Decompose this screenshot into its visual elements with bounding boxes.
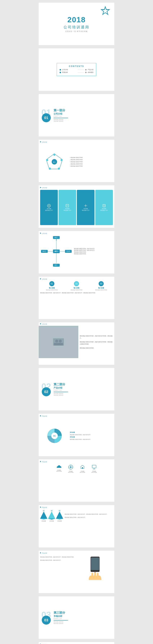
tri-3: 03 演示标题	[56, 510, 63, 522]
slide-part02: 02 02 第二部分 产品介绍 PART 02 请在此输入您的内容请在此输入您的…	[39, 368, 114, 410]
section-label-5: 公司介绍	[39, 322, 114, 326]
slide-cloud-icons: 产品介绍 演示标题演示文字内容 演示标题演示文字内容 演示标题演示文字内容 演示…	[39, 459, 114, 502]
tri-desc: 请在此输入您的文字内容，此处为演示文字，请在此输入您的文字内容，此处为演示文字。…	[65, 514, 113, 518]
contents-header: CONTENTS	[60, 65, 93, 67]
step-title-2: 输入标题	[65, 287, 88, 289]
step-num-1: 01	[49, 281, 54, 286]
tri-label-1: 演示标题	[40, 520, 47, 522]
svg-marker-41	[48, 519, 55, 520]
svg-marker-42	[56, 512, 63, 519]
icon-item-4: 演示标题演示文字内容	[89, 464, 99, 473]
svg-marker-43	[56, 519, 63, 520]
phone-desc: 请在此输入您的文字内容，此处为演示文字，请在此输入您的文字内容。 请在此输入您的…	[40, 555, 76, 580]
pentagon-labels: • 请在此输入您的文字内容 • 请在此输入您的文字内容 • 请在此输入您的文字内…	[70, 144, 113, 180]
svg-text:核心: 核心	[53, 162, 56, 163]
section-label-8: 产品介绍	[40, 506, 113, 508]
part-info: 第一部分 公司介绍 PART 01 请在此输入您的内容请在此输入您的内容	[54, 108, 68, 122]
arrow-icon-2	[40, 187, 41, 188]
circular-text: 演示标题 请在此输入您的文字内容，此处为演示文字。 演示标题 请在此输入您的文字…	[70, 432, 113, 440]
star-decoration	[100, 6, 111, 17]
label-4: • 请在此输入您的文字内容	[70, 163, 113, 165]
arrow-icon-3	[40, 232, 41, 234]
contents-item-2: 市场分析 —————— 未来规划	[60, 72, 93, 73]
part-label: PART 01	[54, 116, 68, 117]
main-title: 公司培训通用	[64, 25, 89, 30]
step-3: 03 输入标题 请在此输入您的文字内容	[90, 281, 113, 291]
part03-title: 第三部分	[54, 611, 68, 615]
slide-phone: 产品介绍 请在此输入您的文字内容，此处为演示文字，请在此输入您的文字内容。 请在…	[39, 551, 114, 593]
card-label-3: 演示标题请在此输入文字	[82, 208, 89, 211]
part03-section: 市场分析	[54, 615, 68, 618]
card-label-2: 演示标题请在此输入文字	[64, 208, 71, 211]
icon-label-screen: 演示标题演示文字内容	[89, 471, 99, 473]
desc-text: 请在此输入您的文字内容，此处为演示文字。 请在此输入您的文字内容，此处为演示文字…	[74, 248, 113, 255]
card-3: 演示标题请在此输入文字	[77, 190, 94, 225]
pentagon-layout: 核心 • 请在此输入您的文字内容 • 请在此输入您的文字内容 • 请在此输入您的…	[40, 144, 113, 180]
part-desc: 请在此输入您的内容请在此输入您的内容	[54, 119, 68, 122]
divider-line-3	[54, 620, 68, 620]
step-2: 02 输入标题 请在此输入您的文字内容	[65, 281, 88, 291]
slide-pentagon: 公司介绍 核心 • 请在此输入您的文字内容 • 请在此输入您的文字内容 • 请在	[39, 140, 114, 182]
svg-rect-34	[82, 467, 83, 468]
photo-layout: 请在此输入您的文字内容，此处为演示文字内容，请在此输入。 请在此输入您的文字内容…	[39, 326, 114, 358]
divider-line	[54, 118, 68, 118]
triangle-shapes: 01 演示标题 02 演示标题 03	[40, 510, 63, 522]
card-2: 演示标题请在此输入文字	[59, 190, 76, 225]
slide-part01: 01 01 第一部分 公司介绍 PART 01 请在此输入您的内容请在此输入您的…	[39, 94, 114, 136]
tri-1: 01 演示标题	[40, 510, 47, 522]
circular-layout: 核心 演示标题 请在此输入您的文字内容，此处为演示文字。 演示标题 请在此输入您…	[40, 418, 113, 454]
dot-icon	[60, 69, 61, 70]
step-1: 01 输入标题 请在此输入您的文字内容	[40, 281, 63, 291]
label-3: • 请在此输入您的文字内容	[70, 161, 113, 163]
slide-keywords: 公司介绍 题目三 题目二 题目一 题目五 题目四	[39, 231, 114, 274]
phone-layout: 请在此输入您的文字内容，此处为演示文字，请在此输入您的文字内容。 请在此输入您的…	[40, 555, 113, 580]
svg-point-9	[46, 159, 48, 161]
circular-diagram: 核心	[40, 426, 69, 446]
steps-body-text: 请在此输入您的文字内容，此处为演示文字，请在此输入您的文字内容，此处为演示文字，…	[40, 292, 113, 294]
center-label: 题目三	[53, 250, 60, 253]
divider-line-2	[54, 392, 68, 392]
step-desc-2: 请在此输入您的文字内容	[65, 289, 88, 291]
icon-item-3: 演示标题演示文字内容	[77, 464, 87, 473]
part03-label: PART 03	[54, 618, 68, 619]
label-2: • 请在此输入您的文字内容	[70, 159, 113, 160]
section-label-2: 公司介绍	[40, 187, 113, 189]
pentagon-diagram: 核心	[40, 144, 69, 180]
year-text: 2018	[67, 16, 85, 24]
svg-point-29	[70, 466, 71, 468]
phone-mockup	[77, 555, 113, 580]
card-4: 演示标题请在此输入文字	[95, 190, 113, 225]
arrow-icon-9	[40, 552, 41, 554]
svg-text:核心: 核心	[53, 435, 56, 437]
step-desc-1: 请在此输入您的文字内容	[40, 289, 63, 291]
photo-text: 请在此输入您的文字内容，此处为演示文字内容，请在此输入。 请在此输入您的文字内容…	[78, 326, 114, 358]
arrow-icon-6	[40, 415, 41, 416]
part02-label: PART 02	[54, 390, 68, 391]
part02-desc: 请在此输入您的内容请在此输入您的内容	[54, 393, 68, 396]
tri-label-2: 演示标题	[48, 520, 55, 522]
steps-row: 01 输入标题 请在此输入您的文字内容 02 输入标题 请在此输入您的文字内容 …	[40, 281, 113, 291]
svg-marker-40	[48, 512, 55, 519]
tri-num-2: 02	[48, 510, 55, 512]
step-desc-3: 请在此输入您的文字内容	[90, 289, 113, 291]
tri-num-3: 03	[56, 510, 63, 512]
circ-desc-1: 请在此输入您的文字内容，此处为演示文字。	[70, 434, 113, 436]
part03-info: 第三部分 市场分析 PART 03 请在此输入您的内容请在此输入您的内容	[54, 611, 68, 624]
section-label-3: 公司介绍	[40, 232, 113, 234]
part-num: 01	[41, 108, 51, 117]
step-num-3: 03	[99, 281, 104, 286]
section-label-4: 公司介绍	[40, 278, 113, 280]
dot-icon-2	[85, 69, 87, 70]
slide-circular: 产品介绍 核心 演示标题 请在此输入您的文字内容，此处为演示文字。 演示标题	[39, 414, 114, 456]
part03-desc: 请在此输入您的内容请在此输入您的内容	[54, 621, 68, 624]
label-5: • 请在此输入您的文字内容	[70, 166, 113, 167]
section-title: 公司介绍	[54, 112, 68, 116]
keyword-layout: 题目三 题目二 题目一 题目五 题目四	[40, 235, 73, 268]
slide-steps: 公司介绍 01 输入标题 请在此输入您的文字内容 02 输入标题 请在此输入您的…	[39, 277, 114, 319]
step-num-2: 02	[74, 281, 79, 286]
keyword-desc: 请在此输入您的文字内容，此处为演示文字。 请在此输入您的文字内容，此处为演示文字…	[73, 248, 113, 255]
part02-info: 第二部分 产品介绍 PART 02 请在此输入您的内容请在此输入您的内容	[54, 382, 68, 396]
part03-number-block: 03 03	[41, 610, 51, 624]
icon-item-1: 演示标题演示文字内容	[54, 464, 64, 473]
svg-point-23	[59, 340, 62, 342]
